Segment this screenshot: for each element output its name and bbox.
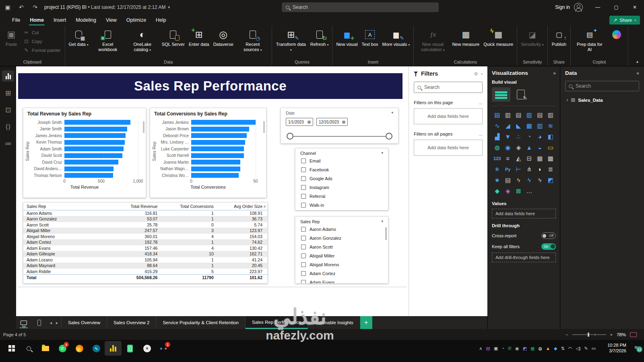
- slicer-option-aaron-adams[interactable]: Aaron Adams: [295, 225, 388, 234]
- pie-chart-icon[interactable]: ◔: [524, 131, 535, 142]
- tray-hidden-icons-icon[interactable]: ∧: [479, 346, 482, 351]
- zoom-slider[interactable]: [572, 334, 606, 335]
- treemap-icon[interactable]: ◧: [545, 131, 556, 142]
- onelake-catalog-button[interactable]: OneLake catalog ▾: [125, 27, 160, 53]
- decomposition-tree-icon[interactable]: ⋔: [524, 164, 535, 175]
- drill-through-dropzone[interactable]: Add drill-through fields here: [492, 253, 556, 262]
- tray-excel-icon[interactable]: ▦: [530, 346, 535, 351]
- stacked-bar-chart-icon[interactable]: ▤: [492, 109, 503, 120]
- close-button[interactable]: ✕: [625, 0, 644, 14]
- sql-server-button[interactable]: SQL Server: [160, 27, 187, 47]
- undo-icon[interactable]: ↶: [15, 2, 27, 12]
- data-search-input[interactable]: Search: [565, 81, 639, 91]
- table-row[interactable]: Adam Maynard88.64120.45: [23, 263, 267, 269]
- sales-rep-slicer-visual[interactable]: Sales Rep▾ Aaron AdamsAaron GonzalezAaro…: [295, 216, 388, 284]
- checkbox[interactable]: [301, 271, 306, 276]
- taskbar-green-phone-app-button[interactable]: [122, 341, 138, 356]
- table-icon[interactable]: ▦: [535, 153, 545, 164]
- cross-report-toggle[interactable]: Off: [541, 232, 556, 239]
- slicer-option-email[interactable]: Email: [295, 156, 388, 165]
- channel-slicer-chevron-icon[interactable]: ▾: [381, 151, 383, 156]
- slicer-option-abigail-miller[interactable]: Abigail Miller: [295, 251, 388, 260]
- slicer-option-aaron-scott[interactable]: Aaron Scott: [295, 243, 388, 251]
- tray-volume-icon[interactable]: ◁): [576, 346, 580, 351]
- new-visual-calculation-button[interactable]: New visual calculation ▾: [415, 27, 450, 53]
- checkbox[interactable]: [301, 280, 306, 284]
- taskbar-power-bi-button[interactable]: [105, 341, 122, 356]
- recent-sources-button[interactable]: Recent sources ▾: [235, 27, 270, 53]
- tray-edge-icon[interactable]: ◔: [502, 346, 504, 351]
- date-slicer-chevron-icon[interactable]: ▾: [391, 111, 393, 115]
- clustered-column-chart-icon[interactable]: ▥: [524, 109, 535, 120]
- page-tab-actionable-insights[interactable]: Actionable Insights: [308, 316, 360, 329]
- table-item-sales-data[interactable]: › ⊞ Sales_Data: [565, 97, 639, 103]
- collapse-ribbon-icon[interactable]: ▴: [636, 59, 638, 64]
- fit-to-page-icon[interactable]: [630, 332, 637, 337]
- more-visuals-button[interactable]: More visuals ▾: [380, 27, 412, 47]
- build-visual-mode-button[interactable]: [492, 87, 510, 102]
- data-bar[interactable]: [64, 120, 130, 125]
- data-bar[interactable]: [64, 167, 114, 171]
- new-page-button[interactable]: +: [360, 316, 372, 329]
- add-data-fields-dropzone[interactable]: Add data fields here: [414, 140, 483, 156]
- report-canvas[interactable]: Sales Rep Performance Total Revenue by S…: [16, 66, 409, 316]
- page-tab-sales-overview[interactable]: Sales Overview: [61, 316, 107, 329]
- menu-optimize[interactable]: Optimize: [122, 16, 151, 25]
- slicer-option-referral[interactable]: Referral: [295, 192, 388, 201]
- data-bar[interactable]: [191, 173, 239, 178]
- new-card-icon[interactable]: ▭: [545, 142, 556, 153]
- sign-in-button[interactable]: Sign in: [555, 4, 570, 10]
- sales-rep-table-visual[interactable]: Sales RepTotal RevenueTotal ConversionsA…: [23, 202, 268, 284]
- more-options-icon[interactable]: ...: [479, 100, 483, 105]
- checkbox[interactable]: [301, 262, 306, 267]
- publish-button[interactable]: Publish: [549, 27, 569, 47]
- funnel-chart-icon[interactable]: ▼: [503, 131, 514, 142]
- data-bar[interactable]: [64, 140, 125, 145]
- date-end-input[interactable]: 12/31/2023▦: [316, 118, 348, 126]
- 100-stacked-bar-chart-icon[interactable]: ▤: [535, 109, 545, 120]
- table-row[interactable]: Abigail Moreno360.014154.03: [23, 234, 267, 240]
- checkbox[interactable]: [301, 227, 306, 232]
- power-automate-icon[interactable]: ϟ: [524, 175, 535, 185]
- automation-visual-icon[interactable]: ϟ: [535, 175, 545, 185]
- page-title-banner[interactable]: Sales Rep Performance: [18, 73, 402, 99]
- transform-data-button[interactable]: Transform data ▾: [274, 27, 308, 53]
- revenue-bar-chart-visual[interactable]: Total Revenue by Sales RepSales RepJosep…: [23, 108, 146, 198]
- smart-narrative-icon[interactable]: ≣: [545, 164, 556, 175]
- slicer-option-walk-in[interactable]: Walk-in: [295, 201, 388, 210]
- r-script-visual-icon[interactable]: R: [492, 164, 503, 175]
- taskbar-people-app-button[interactable]: 1: [155, 341, 172, 356]
- data-bar[interactable]: [191, 146, 244, 151]
- column-header-avg-order-size[interactable]: Avg Order Size: [219, 203, 267, 210]
- slicer-option-abigail-moreno[interactable]: Abigail Moreno: [295, 260, 388, 269]
- table-row[interactable]: Abigail Miller247.573123.97: [23, 228, 267, 234]
- page-tab-sales-overview-2[interactable]: Sales Overview 2: [107, 316, 156, 329]
- maximize-button[interactable]: ▢: [607, 0, 625, 14]
- python-visual-icon[interactable]: Py: [503, 164, 514, 175]
- slicer-option-aaron-gonzalez[interactable]: Aaron Gonzalez: [295, 234, 388, 243]
- dataverse-button[interactable]: Dataverse: [211, 27, 235, 47]
- chart-scrollbar[interactable]: [143, 121, 144, 133]
- table-row[interactable]: Adam Lozano105.94141.24: [23, 257, 267, 263]
- data-bar[interactable]: [191, 140, 245, 145]
- checkbox[interactable]: [301, 236, 306, 241]
- new-measure-button[interactable]: New measure: [450, 27, 481, 47]
- scatter-chart-icon[interactable]: ∴: [513, 131, 524, 142]
- shape-map-icon[interactable]: ◈: [513, 142, 524, 153]
- notification-center-button[interactable]: ≡12: [631, 343, 641, 351]
- slicer-option-adam-cortez[interactable]: Adam Cortez: [295, 269, 388, 278]
- data-bar[interactable]: [64, 133, 126, 138]
- data-bar[interactable]: [64, 127, 127, 132]
- data-bar[interactable]: [64, 160, 118, 165]
- tray-battery-icon[interactable]: ▭: [592, 346, 596, 351]
- power-apps-icon[interactable]: ϟ: [513, 175, 524, 185]
- clustered-bar-chart-icon[interactable]: ▤: [513, 109, 524, 120]
- copilot-button[interactable]: [607, 27, 626, 42]
- values-dropzone[interactable]: Add data fields here: [492, 209, 556, 218]
- checkbox[interactable]: [301, 176, 306, 181]
- close-tab-icon[interactable]: ✕: [303, 317, 306, 321]
- data-bar[interactable]: [191, 120, 256, 125]
- slider-handle-end[interactable]: [386, 133, 392, 140]
- metrics-icon[interactable]: ★: [492, 175, 503, 185]
- data-bar[interactable]: [64, 173, 113, 178]
